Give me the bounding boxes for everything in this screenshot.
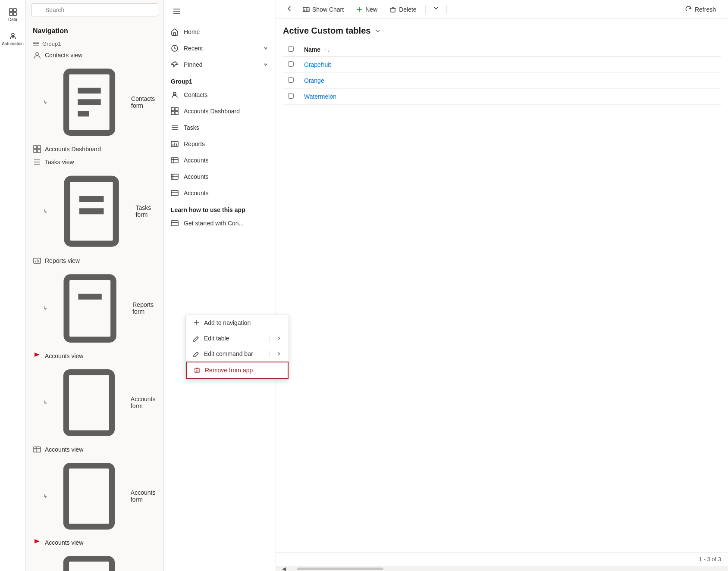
nav-item-tasks-view[interactable]: Tasks view xyxy=(26,156,163,168)
middle-accounts2-label: Accounts xyxy=(184,173,209,180)
nav-item-accounts-view2[interactable]: Accounts view xyxy=(26,443,163,456)
page-title: Active Custom tables xyxy=(283,26,721,36)
reports-form-label: Reports form xyxy=(132,301,157,315)
svg-rect-3 xyxy=(13,12,16,16)
context-menu: Add to navigation Edit table | Edit comm… xyxy=(185,315,289,379)
navigation-title: Navigation xyxy=(26,24,163,37)
row-checkbox[interactable] xyxy=(288,77,294,83)
middle-nav-accounts2[interactable]: Accounts xyxy=(164,168,276,185)
context-menu-add-to-nav[interactable]: Add to navigation xyxy=(186,315,289,331)
svg-rect-74 xyxy=(195,369,199,373)
nav-content: Navigation Group1 Contacts view ↳ Contac… xyxy=(26,20,163,571)
context-menu-edit-table[interactable]: Edit table | xyxy=(186,331,289,346)
nav-item-accounts-form3[interactable]: ↳ Accounts form xyxy=(26,549,163,571)
row-name-link[interactable]: Watermelon xyxy=(304,93,336,100)
nav-item-contacts-view[interactable]: Contacts view xyxy=(26,49,163,62)
row-checkbox[interactable] xyxy=(288,61,294,67)
scroll-left-button[interactable]: ◀ xyxy=(279,565,289,571)
svg-rect-16 xyxy=(34,150,37,153)
accounts-dashboard-label: Accounts Dashboard xyxy=(45,146,157,153)
row-name-cell: Orange xyxy=(299,73,721,89)
nav-item-contacts-form[interactable]: ↳ Contacts form xyxy=(26,62,163,143)
svg-point-9 xyxy=(36,53,38,55)
reports-view-label: Reports view xyxy=(45,257,157,264)
home-label: Home xyxy=(184,28,200,35)
svg-rect-54 xyxy=(175,112,178,115)
new-button[interactable]: New xyxy=(351,3,383,16)
trash-icon xyxy=(194,367,201,374)
automation-label: Automation xyxy=(2,41,24,46)
sidebar-item-automation[interactable]: Automation xyxy=(3,28,23,49)
middle-contacts-label: Contacts xyxy=(184,91,207,98)
middle-nav-home[interactable]: Home xyxy=(164,24,276,40)
table-header-checkbox xyxy=(283,43,299,57)
back-arrow-icon xyxy=(286,5,293,12)
delete-button[interactable]: Delete xyxy=(384,3,421,16)
hamburger-button[interactable] xyxy=(171,5,183,19)
context-menu-edit-command-bar[interactable]: Edit command bar | xyxy=(186,346,289,362)
middle-nav-contacts[interactable]: Contacts xyxy=(164,87,276,103)
recent-label: Recent xyxy=(184,45,203,52)
nav-item-reports-form[interactable]: ↳ Reports form xyxy=(26,267,163,349)
accounts-view1-label: Accounts view xyxy=(45,353,157,359)
nav-item-reports-view[interactable]: Reports view xyxy=(26,254,163,267)
horizontal-scrollbar[interactable] xyxy=(297,568,383,570)
middle-nav-accounts1[interactable]: Accounts xyxy=(164,152,276,168)
nav-item-accounts-view1[interactable]: Accounts view xyxy=(26,349,163,362)
middle-get-started-label: Get started with Con... xyxy=(184,220,244,227)
middle-nav-tasks[interactable]: Tasks xyxy=(164,119,276,136)
svg-rect-6 xyxy=(33,42,39,43)
search-bar xyxy=(26,0,163,20)
page-title-chevron-icon[interactable] xyxy=(374,27,382,35)
select-all-checkbox[interactable] xyxy=(288,46,294,52)
nav-item-tasks-form[interactable]: ↳ Tasks form xyxy=(26,168,163,254)
nav-item-accounts-form2[interactable]: ↳ Accounts form xyxy=(26,456,163,537)
svg-rect-52 xyxy=(175,108,178,111)
search-wrapper xyxy=(31,3,158,16)
row-name-link[interactable]: Orange xyxy=(304,77,324,84)
middle-reports-label: Reports xyxy=(184,140,205,147)
middle-nav-accounts3[interactable]: Accounts xyxy=(164,185,276,201)
svg-rect-2 xyxy=(9,12,13,16)
svg-rect-85 xyxy=(391,8,395,12)
middle-nav-pinned[interactable]: Pinned xyxy=(164,56,276,73)
recent-chevron-icon xyxy=(263,45,269,51)
row-checkbox-cell xyxy=(283,57,299,73)
refresh-button[interactable]: Refresh xyxy=(680,3,721,16)
sidebar-item-data[interactable]: Data xyxy=(3,4,23,25)
nav-item-accounts-dashboard[interactable]: Accounts Dashboard xyxy=(26,143,163,156)
pinned-label: Pinned xyxy=(184,61,203,68)
row-name-link[interactable]: Grapefruit xyxy=(304,61,331,68)
row-checkbox[interactable] xyxy=(288,93,294,99)
new-icon xyxy=(356,6,363,13)
table-header-name[interactable]: Name ↑ ↓ xyxy=(299,43,721,57)
context-menu-remove-from-app[interactable]: Remove from app xyxy=(186,362,289,379)
show-chart-button[interactable]: Show Chart xyxy=(298,3,349,16)
svg-rect-48 xyxy=(173,33,176,35)
middle-nav-accounts-dashboard[interactable]: Accounts Dashboard xyxy=(164,103,276,119)
nav-item-accounts-form1[interactable]: ↳ Accounts form xyxy=(26,362,163,443)
main-toolbar: Show Chart New Delete xyxy=(276,0,728,19)
accounts-form1-label: Accounts form xyxy=(131,396,157,409)
edit-command-bar-arrow-icon xyxy=(276,351,282,356)
middle-accounts-dashboard-label: Accounts Dashboard xyxy=(184,108,240,115)
svg-rect-65 xyxy=(171,174,178,179)
middle-nav-get-started[interactable]: Get started with Con... xyxy=(164,215,276,231)
svg-rect-68 xyxy=(171,190,178,196)
toolbar-more-button[interactable] xyxy=(429,2,443,16)
back-button[interactable] xyxy=(283,2,296,16)
row-checkbox-cell xyxy=(283,89,299,105)
middle-nav-reports[interactable]: Reports xyxy=(164,136,276,152)
svg-point-4 xyxy=(12,33,14,36)
plus-icon xyxy=(193,319,200,326)
middle-nav-recent[interactable]: Recent xyxy=(164,40,276,56)
svg-rect-28 xyxy=(66,277,113,340)
search-input[interactable] xyxy=(31,3,158,16)
toolbar-separator2 xyxy=(446,5,447,14)
toolbar-separator xyxy=(425,5,426,14)
data-label: Data xyxy=(8,17,17,22)
svg-rect-30 xyxy=(66,372,112,433)
delete-icon xyxy=(389,6,396,13)
nav-item-accounts-view3[interactable]: Accounts view xyxy=(26,536,163,549)
middle-panel: Home Recent Pinned Group1 Contacts Accou… xyxy=(164,0,276,571)
